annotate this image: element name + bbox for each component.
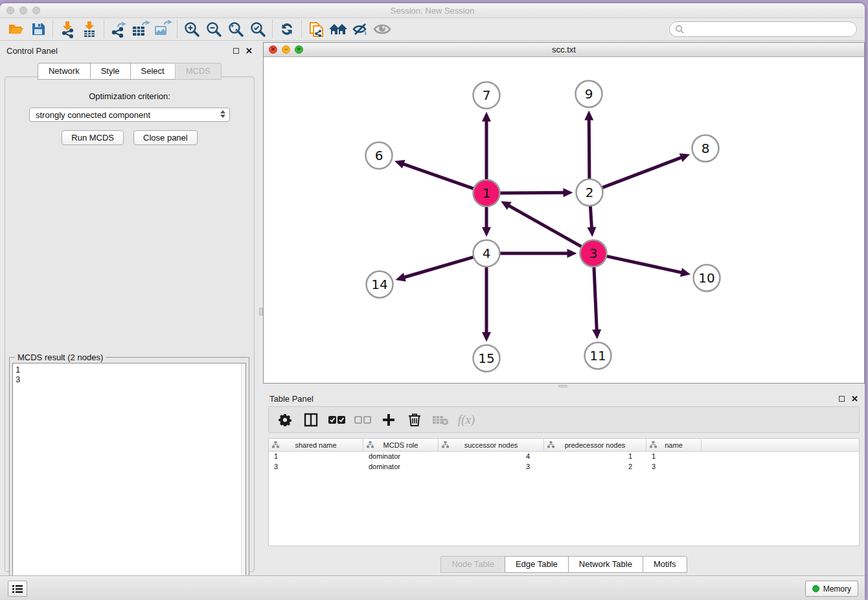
network-minimize-button[interactable]: − <box>282 45 290 54</box>
mcds-result-box: MCDS result (2 nodes) 1 3 <box>9 357 249 599</box>
zoom-out-icon[interactable] <box>203 19 225 39</box>
column-header-MCDS-role[interactable]: MCDS role <box>363 439 439 451</box>
duplicate-network-icon[interactable] <box>305 19 327 39</box>
list-icon <box>12 584 23 594</box>
table-cell[interactable]: 2 <box>544 462 646 472</box>
zoom-selected-icon[interactable] <box>247 19 269 39</box>
table-cell[interactable]: 1 <box>269 452 363 462</box>
close-panel-icon[interactable]: ✕ <box>246 48 253 54</box>
close-panel-icon[interactable]: ✕ <box>851 396 858 402</box>
graph-edge-1-6[interactable] <box>402 164 474 189</box>
table-cell[interactable]: 1 <box>544 452 646 462</box>
graph-edge-3-1[interactable] <box>508 205 582 248</box>
network-canvas[interactable]: 7968124314101511 <box>264 57 864 383</box>
float-panel-icon[interactable] <box>839 396 845 402</box>
result-scrollbar[interactable] <box>241 363 246 595</box>
status-bar: Memory <box>0 575 865 600</box>
export-table-icon[interactable] <box>130 19 152 39</box>
tab-mcds[interactable]: MCDS <box>175 63 222 80</box>
graph-edge-4-14[interactable] <box>404 257 474 277</box>
mcds-tab-content: Optimization criterion: strongly connect… <box>5 76 255 572</box>
graph-edge-2-3[interactable] <box>590 205 591 228</box>
table-cell[interactable]: 3 <box>269 462 363 472</box>
style-visibility-icon[interactable] <box>349 19 371 39</box>
home-icon[interactable] <box>327 19 349 39</box>
import-table-icon[interactable] <box>78 19 100 39</box>
search-box <box>669 21 857 37</box>
hierarchy-icon <box>650 441 657 448</box>
table-cell[interactable]: 4 <box>439 452 544 462</box>
graph-edge-1-2[interactable] <box>499 192 564 193</box>
network-close-button[interactable]: ✕ <box>269 45 277 54</box>
network-titlebar[interactable]: ✕ − + scc.txt <box>264 43 864 57</box>
open-folder-icon[interactable] <box>5 19 27 39</box>
column-header-name[interactable]: name <box>646 439 702 451</box>
table-cell[interactable]: 3 <box>439 462 544 472</box>
delete-table-icon[interactable] <box>431 410 450 430</box>
gear-icon[interactable] <box>275 410 295 430</box>
control-panel-title: Control Panel <box>6 46 233 56</box>
table-row[interactable]: 3dominator323 <box>269 462 859 472</box>
split-columns-icon[interactable] <box>301 410 321 430</box>
search-input[interactable] <box>685 23 856 35</box>
hierarchy-icon <box>367 441 374 448</box>
add-column-icon[interactable] <box>379 410 398 430</box>
graph-arrowhead-3-11 <box>592 329 601 339</box>
splitter-handle[interactable] <box>558 385 567 387</box>
function-builder-icon[interactable]: f(x) <box>457 410 476 430</box>
graph-edge-2-9[interactable] <box>589 119 589 179</box>
memory-button[interactable]: Memory <box>805 581 858 597</box>
table-tabs: Node TableEdge TableNetwork TableMotifs <box>263 556 865 573</box>
refresh-icon[interactable] <box>276 19 298 39</box>
graph-node-label-7: 7 <box>483 87 491 103</box>
select-all-checkboxes-icon[interactable] <box>327 410 347 430</box>
import-network-icon[interactable] <box>56 19 78 39</box>
graph-node-label-8: 8 <box>702 141 710 156</box>
table-toolbar: f(x) <box>268 406 860 433</box>
tab-motifs[interactable]: Motifs <box>643 556 687 573</box>
table-cell[interactable]: 1 <box>646 452 702 462</box>
tab-network[interactable]: Network <box>38 63 90 80</box>
graph-node-label-15: 15 <box>478 351 494 366</box>
float-panel-icon[interactable] <box>233 48 239 54</box>
deselect-all-checkboxes-icon[interactable] <box>353 410 372 430</box>
tab-node-table[interactable]: Node Table <box>440 556 505 573</box>
task-history-button[interactable] <box>8 581 27 597</box>
horizontal-splitter[interactable] <box>263 384 865 389</box>
graph-node-label-3: 3 <box>589 246 598 261</box>
zoom-in-icon[interactable] <box>181 19 203 39</box>
export-image-icon[interactable] <box>152 19 174 39</box>
zoom-fit-icon[interactable] <box>225 19 247 39</box>
graph-edge-2-8[interactable] <box>601 157 682 188</box>
export-network-icon[interactable] <box>108 19 130 39</box>
column-header-predecessor-nodes[interactable]: predecessor nodes <box>544 439 646 451</box>
node-table: shared nameMCDS rolesuccessor nodesprede… <box>268 438 860 546</box>
save-icon[interactable] <box>27 19 49 39</box>
graph-node-label-1: 1 <box>483 185 491 201</box>
run-mcds-button[interactable]: Run MCDS <box>62 130 124 145</box>
mcds-result-title: MCDS result (2 nodes) <box>15 352 106 362</box>
toolbar-separator <box>301 20 302 38</box>
mcds-result-text[interactable]: 1 3 <box>12 363 246 595</box>
column-header-shared-name[interactable]: shared name <box>269 439 363 451</box>
tab-style[interactable]: Style <box>90 63 130 80</box>
table-cell[interactable]: dominator <box>363 462 439 472</box>
tab-select[interactable]: Select <box>130 63 175 80</box>
graph-edge-3-10[interactable] <box>606 256 682 273</box>
close-panel-button[interactable]: Close panel <box>133 130 198 145</box>
trash-icon[interactable] <box>405 410 424 430</box>
table-header-row: shared nameMCDS rolesuccessor nodesprede… <box>269 439 859 452</box>
table-cell[interactable]: dominator <box>363 452 439 462</box>
memory-status-icon <box>812 585 819 592</box>
graph-edge-3-11[interactable] <box>594 266 597 330</box>
criterion-select[interactable]: strongly connected component <box>29 108 230 122</box>
network-maximize-button[interactable]: + <box>295 45 303 54</box>
graph-arrowhead-4-3 <box>567 249 577 258</box>
tab-network-table[interactable]: Network Table <box>568 556 643 573</box>
tab-edge-table[interactable]: Edge Table <box>505 556 568 573</box>
toolbar-separator <box>104 20 104 38</box>
eye-icon[interactable] <box>371 19 393 39</box>
table-cell[interactable]: 3 <box>646 462 702 472</box>
table-row[interactable]: 1dominator411 <box>269 452 859 462</box>
column-header-successor-nodes[interactable]: successor nodes <box>439 439 544 451</box>
